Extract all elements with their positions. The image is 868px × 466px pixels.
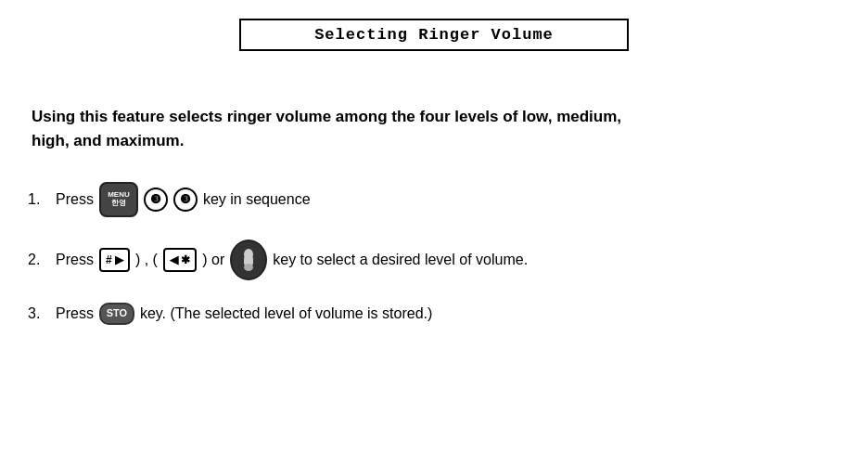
step-2-text-after: key to select a desired level of volume. [273, 249, 528, 271]
description-line1: Using this feature selects ringer volume… [32, 108, 621, 125]
description: Using this feature selects ringer volume… [28, 105, 840, 154]
title-box: Selecting Ringer Volume [239, 19, 629, 51]
step-2-content: Press # ▶ ) , ( ◀ ✱ ) or key to select a [56, 239, 528, 280]
menu-key: MENU한영 [99, 182, 138, 217]
step-2: 2. Press # ▶ ) , ( ◀ ✱ ) or [28, 239, 840, 280]
step-3: 3. Press STO key. (The selected level of… [28, 303, 840, 325]
step-2-press-label: Press [56, 249, 94, 271]
step-3-number: 3. [28, 303, 56, 325]
left-asterisk-key: ◀ ✱ [163, 248, 197, 272]
step-3-press-label: Press [56, 303, 94, 325]
step-2-number: 2. [28, 249, 56, 271]
title-wrapper: Selecting Ringer Volume [28, 19, 840, 79]
sto-key: STO [99, 303, 134, 325]
page: Selecting Ringer Volume Using this featu… [0, 0, 868, 466]
step-3-content: Press STO key. (The selected level of vo… [56, 303, 432, 325]
steps-container: 1. Press MENU한영 ❸ ❸ key in sequence 2. P… [28, 182, 840, 325]
key-3-first: ❸ [144, 188, 168, 212]
description-line2: high, and maximum. [32, 132, 184, 149]
step-2-comma1: ) , ( [135, 249, 158, 271]
step-1-content: Press MENU한영 ❸ ❸ key in sequence [56, 182, 311, 217]
step-1-press-label: Press [56, 188, 94, 211]
step-2-or-text: ) or [202, 249, 224, 271]
step-1: 1. Press MENU한영 ❸ ❸ key in sequence [28, 182, 840, 217]
volume-finger-key [230, 239, 267, 280]
page-title: Selecting Ringer Volume [314, 26, 554, 44]
key-3-second: ❸ [173, 188, 198, 212]
step-3-text: key. (The selected level of volume is st… [140, 303, 432, 325]
svg-point-2 [244, 264, 253, 271]
step-1-text: key in sequence [203, 188, 311, 211]
step-1-number: 1. [28, 188, 56, 211]
hash-arrow-key: # ▶ [99, 248, 130, 272]
